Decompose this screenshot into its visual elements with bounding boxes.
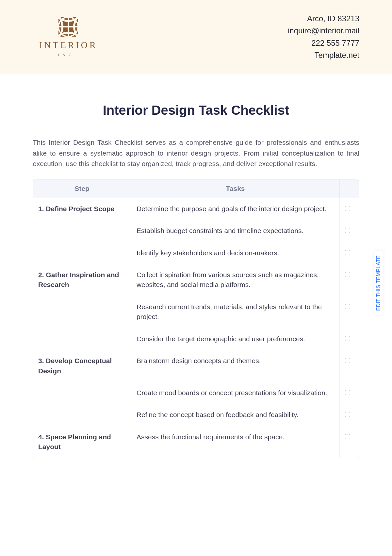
contact-phone: 222 555 7777 — [288, 37, 359, 49]
task-cell: Collect inspiration from various sources… — [131, 264, 339, 296]
table-row: 3. Develop Conceptual DesignBrainstorm d… — [33, 350, 359, 382]
task-checkbox[interactable] — [345, 272, 350, 277]
table-row: Refine the concept based on feedback and… — [33, 404, 359, 426]
step-cell — [33, 382, 131, 404]
col-header-tasks: Tasks — [131, 179, 339, 198]
task-checkbox[interactable] — [345, 434, 350, 439]
table-row: 2. Gather Inspiration and ResearchCollec… — [33, 264, 359, 296]
task-checkbox[interactable] — [345, 250, 350, 255]
step-cell: 1. Define Project Scope — [33, 198, 131, 220]
task-cell: Create mood boards or concept presentati… — [131, 382, 339, 404]
task-cell: Refine the concept based on feedback and… — [131, 404, 339, 426]
task-checkbox[interactable] — [345, 358, 350, 363]
contact-info: Arco, ID 83213 inquire@interior.mail 222… — [288, 12, 359, 61]
checklist-table: Step Tasks 1. Define Project ScopeDeterm… — [33, 179, 359, 458]
task-cell: Consider the target demographic and user… — [131, 328, 339, 350]
task-checkbox[interactable] — [345, 304, 350, 309]
col-header-step: Step — [33, 179, 131, 198]
contact-address: Arco, ID 83213 — [288, 12, 359, 25]
brand-logo: INTERIOR INC. — [39, 16, 98, 58]
table-header-row: Step Tasks — [33, 179, 359, 198]
check-cell — [339, 296, 359, 328]
check-cell — [339, 404, 359, 426]
check-cell — [339, 350, 359, 382]
edit-template-button[interactable]: EDIT THIS TEMPLATE — [374, 251, 384, 315]
check-cell — [339, 328, 359, 350]
task-cell: Assess the functional requirements of th… — [131, 426, 339, 458]
task-checkbox[interactable] — [345, 390, 350, 395]
check-cell — [339, 426, 359, 458]
table-row: Create mood boards or concept presentati… — [33, 382, 359, 404]
task-cell: Identify key stakeholders and decision-m… — [131, 242, 339, 264]
logo-subtext: INC. — [58, 52, 79, 58]
task-checkbox[interactable] — [345, 206, 350, 211]
logo-wordmark: INTERIOR — [39, 40, 98, 50]
check-cell — [339, 242, 359, 264]
table-row: Consider the target demographic and user… — [33, 328, 359, 350]
step-cell — [33, 296, 131, 328]
logo-mark-icon — [58, 16, 79, 37]
table-row: Establish budget constraints and timelin… — [33, 220, 359, 242]
task-checkbox[interactable] — [345, 228, 350, 233]
table-row: 1. Define Project ScopeDetermine the pur… — [33, 198, 359, 220]
task-cell: Brainstorm design concepts and themes. — [131, 350, 339, 382]
task-cell: Establish budget constraints and timelin… — [131, 220, 339, 242]
step-cell: 3. Develop Conceptual Design — [33, 350, 131, 382]
check-cell — [339, 198, 359, 220]
check-cell — [339, 220, 359, 242]
letterhead-header: INTERIOR INC. Arco, ID 83213 inquire@int… — [0, 0, 392, 74]
document-body: Interior Design Task Checklist This Inte… — [0, 74, 392, 458]
table-row: Identify key stakeholders and decision-m… — [33, 242, 359, 264]
table-row: Research current trends, materials, and … — [33, 296, 359, 328]
task-cell: Determine the purpose and goals of the i… — [131, 198, 339, 220]
contact-site: Template.net — [288, 49, 359, 61]
step-cell — [33, 242, 131, 264]
step-cell — [33, 328, 131, 350]
intro-paragraph: This Interior Design Task Checklist serv… — [33, 137, 359, 169]
table-row: 4. Space Planning and LayoutAssess the f… — [33, 426, 359, 458]
step-cell: 2. Gather Inspiration and Research — [33, 264, 131, 296]
check-cell — [339, 264, 359, 296]
step-cell — [33, 404, 131, 426]
task-cell: Research current trends, materials, and … — [131, 296, 339, 328]
step-cell — [33, 220, 131, 242]
col-header-check — [339, 179, 359, 198]
check-cell — [339, 382, 359, 404]
task-checkbox[interactable] — [345, 336, 350, 341]
page-title: Interior Design Task Checklist — [33, 103, 359, 118]
contact-email: inquire@interior.mail — [288, 25, 359, 37]
step-cell: 4. Space Planning and Layout — [33, 426, 131, 458]
task-checkbox[interactable] — [345, 412, 350, 417]
